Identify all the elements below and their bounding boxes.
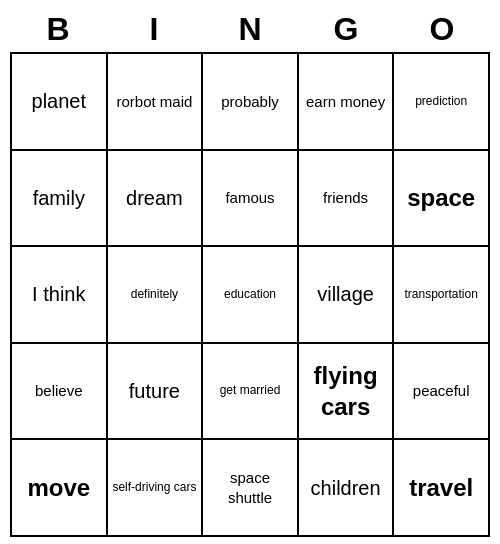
bingo-cell-10[interactable]: I think [12,247,108,344]
bingo-cell-12[interactable]: education [203,247,299,344]
bingo-card: B I N G O planetrorbot maidprobablyearn … [10,7,490,537]
bingo-cell-18[interactable]: flying cars [299,344,395,441]
bingo-cell-11[interactable]: definitely [108,247,204,344]
bingo-cell-5[interactable]: family [12,151,108,248]
bingo-cell-13[interactable]: village [299,247,395,344]
bingo-cell-16[interactable]: future [108,344,204,441]
bingo-grid: planetrorbot maidprobablyearn moneypredi… [10,52,490,537]
header-i: I [106,11,202,48]
bingo-cell-1[interactable]: rorbot maid [108,54,204,151]
bingo-cell-21[interactable]: self-driving cars [108,440,204,537]
header-o: O [394,11,490,48]
bingo-cell-3[interactable]: earn money [299,54,395,151]
bingo-cell-2[interactable]: probably [203,54,299,151]
bingo-cell-20[interactable]: move [12,440,108,537]
header-n: N [202,11,298,48]
bingo-cell-15[interactable]: believe [12,344,108,441]
header-g: G [298,11,394,48]
bingo-cell-7[interactable]: famous [203,151,299,248]
header-b: B [10,11,106,48]
bingo-cell-9[interactable]: space [394,151,490,248]
bingo-header: B I N G O [10,7,490,52]
bingo-cell-19[interactable]: peaceful [394,344,490,441]
bingo-cell-6[interactable]: dream [108,151,204,248]
bingo-cell-0[interactable]: planet [12,54,108,151]
bingo-cell-14[interactable]: transportation [394,247,490,344]
bingo-cell-17[interactable]: get married [203,344,299,441]
bingo-cell-23[interactable]: children [299,440,395,537]
bingo-cell-8[interactable]: friends [299,151,395,248]
bingo-cell-22[interactable]: space shuttle [203,440,299,537]
bingo-cell-24[interactable]: travel [394,440,490,537]
bingo-cell-4[interactable]: prediction [394,54,490,151]
